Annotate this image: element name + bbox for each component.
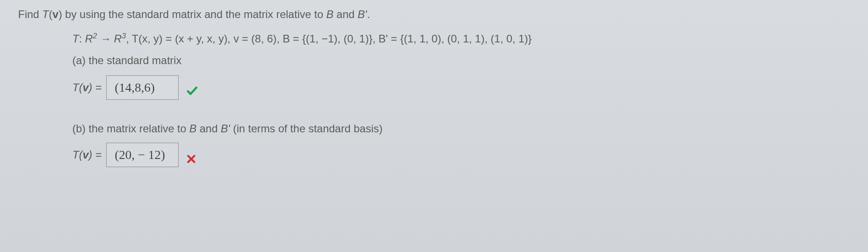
codomain-exp: 3: [122, 32, 126, 40]
cross-icon: [186, 152, 197, 168]
part-b-label: (b) the matrix relative to B and B' (in …: [72, 122, 850, 135]
part-b-prefix: T(v) =: [72, 149, 102, 161]
part-a-label: (a) the standard matrix: [72, 54, 850, 67]
question-intro: Find T(v) by using the standard matrix a…: [18, 8, 850, 21]
mapping-text: , T(x, y) = (x + y, x, y), v = (8, 6), B…: [126, 33, 532, 45]
domain-exp: 2: [93, 32, 97, 40]
part-b-answer-box[interactable]: (20, − 12): [106, 143, 179, 167]
part-a-prefix: T(v) =: [72, 81, 102, 94]
part-b: (b) the matrix relative to B and B' (in …: [72, 122, 850, 168]
part-a-answer-box[interactable]: (14,8,6): [106, 75, 179, 100]
checkmark-icon: [186, 84, 198, 101]
transform-label: T: [72, 33, 79, 45]
arrow: → R: [97, 33, 122, 45]
part-a: (a) the standard matrix T(v) = (14,8,6): [72, 54, 850, 101]
problem-definition: T: R2 → R3, T(x, y) = (x + y, x, y), v =…: [72, 32, 850, 45]
